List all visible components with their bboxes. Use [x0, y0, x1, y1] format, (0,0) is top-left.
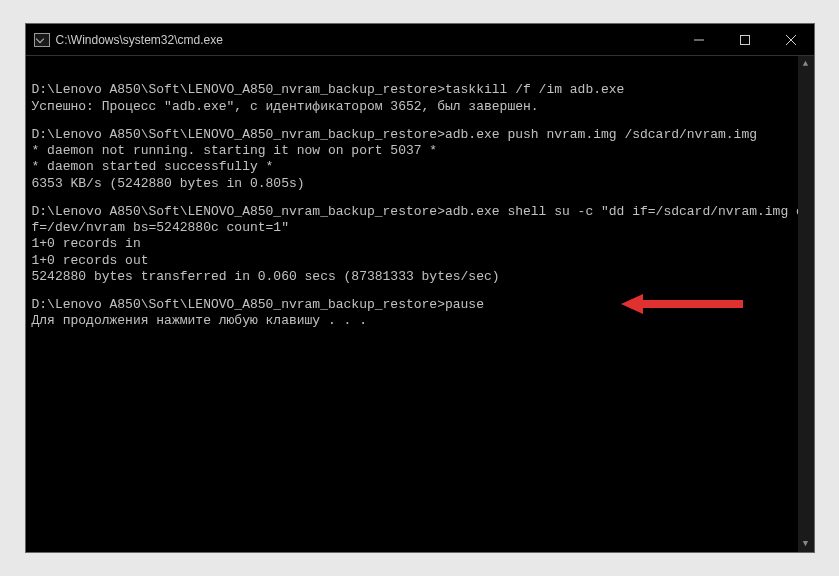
minimize-button[interactable] [676, 24, 722, 55]
titlebar[interactable]: C:\Windows\system32\cmd.exe [26, 24, 814, 56]
console-line: * daemon started successfully * [32, 159, 808, 175]
console-line: D:\Lenovo A850\Soft\LENOVO_A850_nvram_ba… [32, 127, 808, 143]
output-block: D:\Lenovo A850\Soft\LENOVO_A850_nvram_ba… [32, 204, 808, 285]
vertical-scrollbar[interactable]: ▲ ▼ [798, 56, 814, 552]
console-line: 6353 KB/s (5242880 bytes in 0.805s) [32, 176, 808, 192]
output-block: D:\Lenovo A850\Soft\LENOVO_A850_nvram_ba… [32, 127, 808, 192]
output-block: D:\Lenovo A850\Soft\LENOVO_A850_nvram_ba… [32, 297, 808, 330]
console-line: 5242880 bytes transferred in 0.060 secs … [32, 269, 808, 285]
svg-rect-1 [740, 35, 749, 44]
maximize-button[interactable] [722, 24, 768, 55]
scroll-down-arrow-icon[interactable]: ▼ [798, 536, 814, 552]
console-line: D:\Lenovo A850\Soft\LENOVO_A850_nvram_ba… [32, 297, 808, 313]
console-output[interactable]: D:\Lenovo A850\Soft\LENOVO_A850_nvram_ba… [26, 56, 814, 552]
console-line: D:\Lenovo A850\Soft\LENOVO_A850_nvram_ba… [32, 82, 808, 98]
close-button[interactable] [768, 24, 814, 55]
console-line: 1+0 records out [32, 253, 808, 269]
cmd-icon [34, 33, 50, 47]
scroll-up-arrow-icon[interactable]: ▲ [798, 56, 814, 72]
console-line: Для продолжения нажмите любую клавишу . … [32, 313, 808, 329]
console-line: 1+0 records in [32, 236, 808, 252]
console-line: * daemon not running. starting it now on… [32, 143, 808, 159]
console-line: Успешно: Процесс "adb.exe", с идентифика… [32, 99, 808, 115]
window-controls [676, 24, 814, 55]
output-block: D:\Lenovo A850\Soft\LENOVO_A850_nvram_ba… [32, 82, 808, 115]
console-line: D:\Lenovo A850\Soft\LENOVO_A850_nvram_ba… [32, 204, 808, 237]
cmd-window: C:\Windows\system32\cmd.exe D:\Lenovo A8… [25, 23, 815, 553]
window-title: C:\Windows\system32\cmd.exe [56, 33, 223, 47]
title-left: C:\Windows\system32\cmd.exe [34, 33, 223, 47]
